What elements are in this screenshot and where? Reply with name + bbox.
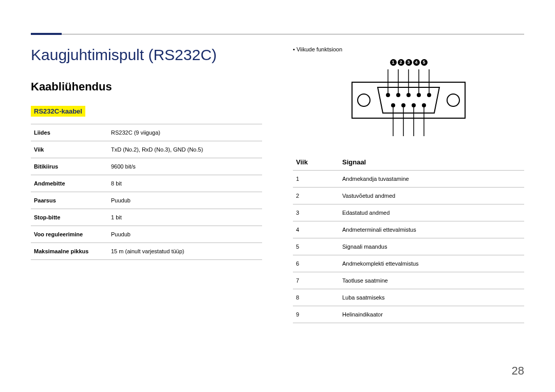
table-row: LiidesRS232C (9 viiguga) [31,124,262,141]
pin-badge: 3 [405,59,412,66]
pin-signal: Signaali maandus [339,238,524,255]
spec-label: Voo reguleerimine [31,226,108,243]
connector-figure: 1 2 3 4 5 [293,59,524,140]
svg-point-4 [396,93,400,97]
table-row: PaarsusPuudub [31,192,262,209]
table-row: 9Helinaindikaator [293,306,524,323]
svg-point-9 [401,103,405,107]
spec-label: Stop-bitte [31,209,108,226]
svg-point-7 [427,93,431,97]
table-row: Andmebitte8 bit [31,175,262,192]
pin-badge: 4 [413,59,420,66]
table-row: 4Andmeterminali ettevalmistus [293,221,524,238]
section-heading: Kaabliühendus [31,80,262,94]
svg-point-3 [386,93,390,97]
header-accent-bar [31,33,62,35]
svg-point-6 [417,93,421,97]
table-row: ViikTxD (No.2), RxD (No.3), GND (No.5) [31,141,262,158]
table-row: 6Andmekomplekti ettevalmistus [293,255,524,272]
table-row: Bitikiirus9600 bit/s [31,158,262,175]
pin-number: 8 [293,289,339,306]
pin-signal: Edastatud andmed [339,204,524,221]
spec-label: Paarsus [31,192,108,209]
db9-connector-icon [293,67,524,140]
spec-label: Maksimaalne pikkus [31,243,108,260]
pin-number: 4 [293,221,339,238]
spec-label: Viik [31,141,108,158]
pin-signal: Helinaindikaator [339,306,524,323]
left-column: Kaugjuhtimispult (RS232C) Kaabliühendus … [31,46,262,323]
table-row: 7Taotluse saatmine [293,272,524,289]
table-row: 5Signaali maandus [293,238,524,255]
table-row: Voo reguleeriminePuudub [31,226,262,243]
svg-point-1 [358,94,370,106]
pin-signal: Vastuvõetud andmed [339,188,524,204]
pin-signal: Andmeterminali ettevalmistus [339,221,524,238]
pin-badge: 2 [398,59,404,66]
table-row: Maksimaalne pikkus15 m (ainult varjestat… [31,243,262,260]
page-number: 28 [512,364,524,378]
signal-table: Viik Signaal 1Andmekandja tuvastamine 2V… [293,154,524,323]
table-row: 2Vastuvõetud andmed [293,188,524,204]
pin-number: 3 [293,204,339,221]
right-column: Viikude funktsioon 1 2 3 4 5 [293,46,524,323]
svg-point-10 [412,103,416,107]
pin-signal: Andmekomplekti ettevalmistus [339,255,524,272]
subsection-heading: RS232C-kaabel [31,106,85,117]
table-row: Stop-bitte1 bit [31,209,262,226]
pin-signal: Luba saatmiseks [339,289,524,306]
spec-table: LiidesRS232C (9 viiguga) ViikTxD (No.2),… [31,124,262,260]
spec-label: Andmebitte [31,175,108,192]
page-title: Kaugjuhtimispult (RS232C) [31,46,262,64]
spec-value: Puudub [108,192,262,209]
pin-badge: 1 [390,59,397,66]
spec-value: 8 bit [108,175,262,192]
pin-number: 5 [293,238,339,255]
table-row: 8Luba saatmiseks [293,289,524,306]
spec-label: Bitikiirus [31,158,108,175]
pin-number: 1 [293,171,339,188]
spec-value: 9600 bit/s [108,158,262,175]
spec-value: 15 m (ainult varjestatud tüüp) [108,243,262,260]
pin-badges-row: 1 2 3 4 5 [390,59,428,66]
signal-header-pin: Viik [293,154,339,171]
signal-header-signal: Signaal [339,154,524,171]
svg-point-11 [422,103,426,107]
svg-point-8 [391,103,395,107]
table-row: 1Andmekandja tuvastamine [293,171,524,188]
table-row: 3Edastatud andmed [293,204,524,221]
spec-value: RS232C (9 viiguga) [108,124,262,141]
spec-value: TxD (No.2), RxD (No.3), GND (No.5) [108,141,262,158]
pin-number: 9 [293,306,339,323]
header-divider [62,34,524,34]
pin-signal: Andmekandja tuvastamine [339,171,524,188]
pin-number: 2 [293,188,339,204]
spec-value: Puudub [108,226,262,243]
spec-label: Liides [31,124,108,141]
svg-point-2 [447,94,459,106]
page-content: Kaugjuhtimispult (RS232C) Kaabliühendus … [31,46,524,323]
bullet-icon [293,46,297,52]
spec-value: 1 bit [108,209,262,226]
pin-number: 6 [293,255,339,272]
pin-function-label: Viikude funktsioon [297,46,342,52]
pin-badge: 5 [421,59,428,66]
pin-signal: Taotluse saatmine [339,272,524,289]
pin-number: 7 [293,272,339,289]
pin-function-bullet: Viikude funktsioon [293,46,524,52]
svg-point-5 [406,93,411,97]
